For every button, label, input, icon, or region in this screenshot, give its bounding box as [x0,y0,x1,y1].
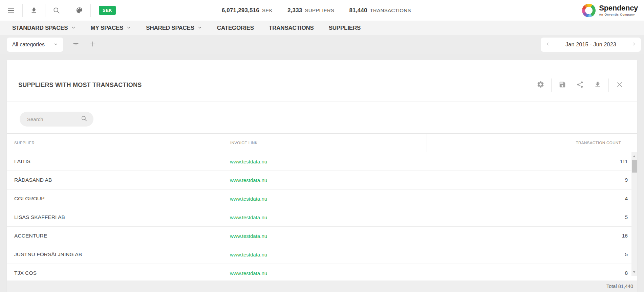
column-header-transaction-count[interactable]: TRANSACTION COUNT [427,134,637,152]
invoice-link-cell: www.testdata.nu [222,159,427,164]
scroll-down-arrow-icon[interactable] [633,271,636,273]
nav-standard-spaces[interactable]: STANDARD SPACES [12,25,76,31]
chevron-right-icon [631,42,636,48]
invoice-link[interactable]: www.testdata.nu [230,215,267,220]
supplier-cell: RÅDASAND AB [7,177,222,183]
table-row[interactable]: RÅDASAND AB www.testdata.nu 9 [7,171,637,189]
search-icon [81,115,87,123]
transaction-count-cell: 4 [427,196,637,202]
invoice-link-cell: www.testdata.nu [222,215,427,220]
share-icon [576,81,584,90]
widget-header: SUPPLIERS WITH MOST TRANSACTIONS [7,60,637,102]
table-row[interactable]: TJX COS www.testdata.nu 8 [7,264,637,280]
nav-label: MY SPACES [91,25,124,31]
transaction-count-cell: 9 [427,177,637,183]
transaction-count-cell: 5 [427,214,637,220]
supplier-cell: LAITIS [7,158,222,164]
nav-my-spaces[interactable]: MY SPACES [91,25,131,31]
chevron-down-icon [71,25,76,31]
column-header-supplier[interactable]: SUPPLIER [7,134,222,152]
widget-settings-button[interactable] [532,81,549,90]
nav-suppliers[interactable]: SUPPLIERS [329,25,361,31]
nav-label: CATEGORIES [217,25,254,31]
chevron-down-icon [126,25,131,31]
nav-label: SHARED SPACES [146,25,194,31]
download-button[interactable] [23,4,45,17]
filter-button[interactable] [72,40,80,49]
nav-label: SUPPLIERS [329,25,361,31]
transactions-stat: 81,440 TRANSACTIONS [349,7,411,14]
total-spend-label: SEK [262,7,273,13]
brand-logo: Spendency An Onventis Company [582,0,638,21]
widget-close-button[interactable] [611,81,628,90]
widget-search[interactable] [20,112,93,127]
table-footer: Total 81,440 [7,280,637,292]
theme-button[interactable] [68,4,91,17]
transaction-count-cell: 5 [427,251,637,257]
add-filter-button[interactable] [89,40,96,49]
invoice-link-cell: www.testdata.nu [222,270,427,276]
invoice-link[interactable]: www.testdata.nu [230,270,267,276]
table-row[interactable]: CGI GROUP www.testdata.nu 4 [7,189,637,208]
supplier-cell: CGI GROUP [7,196,222,202]
suppliers-widget-card: SUPPLIERS WITH MOST TRANSACTIONS [7,60,637,292]
total-spend-stat: 6,071,293,516 SEK [222,7,273,14]
widget-share-button[interactable] [571,81,589,90]
transactions-value: 81,440 [349,7,367,14]
supplier-cell: TJX COS [7,270,222,276]
widget-download-button[interactable] [589,81,606,90]
download-icon [594,81,601,90]
table-row[interactable]: JUSTNU FÖRSÄLJNING AB www.testdata.nu 5 [7,245,637,264]
nav-shared-spaces[interactable]: SHARED SPACES [146,25,202,31]
spendency-ring-icon [582,4,596,17]
save-icon [559,81,566,90]
widget-title: SUPPLIERS WITH MOST TRANSACTIONS [18,82,142,89]
menu-button[interactable] [0,4,23,17]
invoice-link[interactable]: www.testdata.nu [230,159,267,164]
search-input[interactable] [27,116,74,122]
nav-label: STANDARD SPACES [12,25,68,31]
total-label: Total 81,440 [606,284,633,289]
app-header: SEK 6,071,293,516 SEK 2,333 SUPPLIERS 81… [0,0,644,21]
category-selector[interactable]: All categories [7,38,63,52]
invoice-link-cell: www.testdata.nu [222,196,427,202]
suppliers-stat: 2,333 SUPPLIERS [287,7,334,14]
invoice-link[interactable]: www.testdata.nu [230,233,267,239]
table-scrollbar[interactable] [631,152,637,276]
header-stats: 6,071,293,516 SEK 2,333 SUPPLIERS 81,440… [222,0,411,21]
table-row[interactable]: LISAS SKAFFERI AB www.testdata.nu 5 [7,208,637,227]
supplier-cell: ACCENTURE [7,233,222,239]
transaction-count-cell: 8 [427,270,637,276]
table-row[interactable]: ACCENTURE www.testdata.nu 16 [7,227,637,245]
next-period-button[interactable] [631,42,636,48]
invoice-link-cell: www.testdata.nu [222,177,427,183]
scrollbar-thumb[interactable] [632,160,637,173]
close-icon [616,81,623,90]
search-area [7,102,637,133]
supplier-cell: LISAS SKAFFERI AB [7,214,222,220]
invoice-link[interactable]: www.testdata.nu [230,196,267,202]
column-header-invoice-link[interactable]: INVOICE LINK [222,134,427,152]
nav-transactions[interactable]: TRANSACTIONS [269,25,314,31]
date-range-value: Jan 2015 - Jun 2023 [565,42,616,48]
date-range-picker[interactable]: Jan 2015 - Jun 2023 [541,38,641,52]
search-button[interactable] [45,4,68,17]
nav-categories[interactable]: CATEGORIES [217,25,254,31]
table-row[interactable]: LAITIS www.testdata.nu 111 [7,152,637,171]
divider [551,78,552,92]
plus-icon [89,40,96,49]
prev-period-button[interactable] [545,42,550,48]
invoice-link-cell: www.testdata.nu [222,252,427,257]
currency-badge[interactable]: SEK [99,6,116,15]
table-header: SUPPLIER INVOICE LINK TRANSACTION COUNT [7,133,637,152]
brand-name: Spendency [599,4,638,12]
supplier-cell: JUSTNU FÖRSÄLJNING AB [7,251,222,257]
invoice-link[interactable]: www.testdata.nu [230,252,267,257]
palette-icon [76,6,83,14]
invoice-link[interactable]: www.testdata.nu [230,177,267,183]
filter-lines-icon [72,40,80,49]
widget-save-button[interactable] [554,81,571,90]
table-body: LAITIS www.testdata.nu 111 RÅDASAND AB w… [7,152,637,280]
download-icon [30,7,38,14]
scroll-up-arrow-icon[interactable] [633,155,636,157]
